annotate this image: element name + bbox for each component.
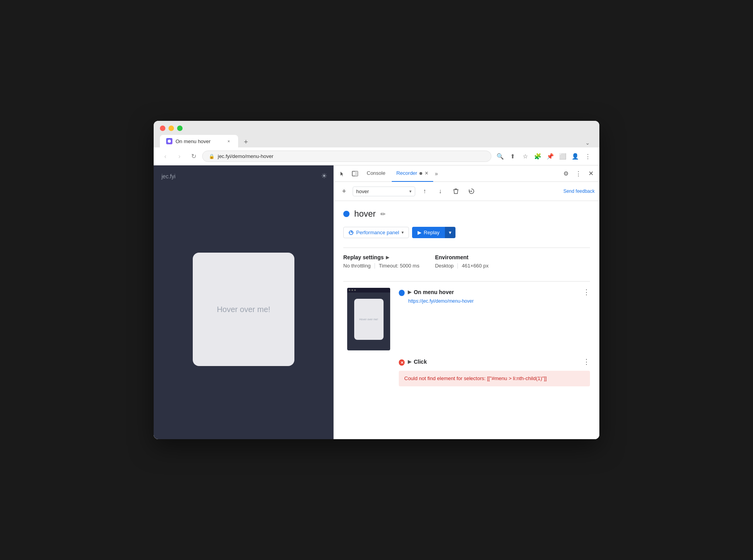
svg-rect-2	[355, 171, 358, 176]
import-button[interactable]: ↓	[434, 185, 446, 197]
add-recording-button[interactable]: +	[339, 186, 350, 197]
recording-name-label: hover	[354, 209, 376, 219]
tab-recorder[interactable]: Recorder ⏺ ✕	[392, 165, 433, 182]
throttling-value: No throttling	[343, 263, 371, 269]
tab-console[interactable]: Console	[362, 165, 390, 182]
browser-toolbar: 🔍 ⬆ ☆ 🧩 📌 ⬜ 👤 ⋮	[495, 151, 593, 162]
close-button[interactable]	[160, 126, 165, 131]
back-button[interactable]: ‹	[160, 151, 171, 162]
active-tab[interactable]: On menu hover ×	[160, 135, 238, 147]
step-header-navigate: ▶ On menu hover ⋮	[399, 288, 590, 296]
profile-icon[interactable]: 👤	[570, 151, 581, 162]
step-title-click[interactable]: ▶ Click	[408, 359, 427, 365]
recording-select-chevron-icon: ▾	[409, 189, 412, 194]
collapse-button[interactable]: ⌄	[582, 138, 593, 147]
replay-button[interactable]: ▶ Replay ▾	[412, 227, 455, 238]
recorder-toolbar: + hover ▾ ↑ ↓	[334, 182, 599, 201]
environment-value: Desktop	[435, 263, 454, 269]
browser-window: On menu hover × + ⌄ ‹ › ↻ 🔒 jec.fyi/demo…	[154, 121, 599, 439]
step-more-navigate[interactable]: ⋮	[583, 288, 590, 296]
devtools-more-tabs[interactable]: »	[435, 171, 438, 177]
new-tab-button[interactable]: +	[240, 136, 251, 147]
theme-toggle-icon[interactable]: ☀	[321, 172, 327, 180]
step-content-click: ✕ ▶ Click ⋮ Could not fi	[399, 357, 590, 386]
step-dot-navigate	[399, 290, 405, 296]
hover-card-text: Hover over me!	[217, 305, 271, 314]
forward-button[interactable]: ›	[174, 151, 185, 162]
recording-select[interactable]: hover ▾	[353, 187, 415, 196]
step-title-row-navigate: ▶ On menu hover ⋮	[408, 288, 590, 296]
selected-recording-name: hover	[356, 188, 369, 194]
step-dot-click: ✕	[399, 359, 405, 366]
step-thumbnail: Hover over me!	[347, 288, 390, 350]
export-button[interactable]: ↑	[418, 185, 431, 197]
settings-section: Replay settings ▶ No throttling Timeout:…	[343, 248, 590, 275]
action-buttons: Performance panel ▾ ▶ Replay ▾	[343, 227, 590, 238]
settings-divider	[375, 263, 375, 269]
replay-label: Replay	[424, 230, 439, 235]
search-icon[interactable]: 🔍	[495, 151, 506, 162]
record-icon: ⏺	[419, 171, 423, 176]
send-feedback-link[interactable]: Send feedback	[563, 188, 595, 194]
refresh-button[interactable]: ↻	[188, 151, 199, 162]
replay-play-icon: ▶	[418, 230, 421, 235]
title-bar: On menu hover × + ⌄	[154, 121, 599, 147]
step-more-click[interactable]: ⋮	[583, 357, 590, 366]
maximize-button[interactable]	[177, 126, 183, 131]
environment-divider	[457, 263, 458, 269]
environment-title: Environment	[435, 254, 489, 260]
main-content: jec.fyi ☀ Hover over me!	[154, 165, 599, 439]
window-icon[interactable]: ⬜	[557, 151, 568, 162]
devtools-close-button[interactable]: ✕	[585, 168, 596, 179]
tab-favicon	[166, 138, 172, 144]
step-item-navigate: Hover over me! ▶	[343, 288, 590, 351]
replay-settings-title[interactable]: Replay settings ▶	[343, 254, 420, 260]
devtools-dock-icon[interactable]	[350, 168, 360, 179]
tab-console-label: Console	[367, 170, 385, 176]
step-spacer-click	[343, 357, 394, 359]
extensions-icon[interactable]: 🧩	[532, 151, 543, 162]
edit-recording-name-icon[interactable]: ✏	[380, 210, 385, 218]
webpage-panel: jec.fyi ☀ Hover over me!	[154, 165, 333, 439]
devtools-header: Console Recorder ⏺ ✕ » ⚙ ⋮ ✕	[334, 165, 599, 182]
webpage-site-label: jec.fyi	[161, 173, 326, 179]
devtools-settings-icon[interactable]: ⚙	[560, 168, 571, 179]
devtools-cursor-icon[interactable]	[337, 168, 348, 179]
recorder-content: hover ✏ Performance panel ▾	[334, 201, 599, 439]
devtools-panel: Console Recorder ⏺ ✕ » ⚙ ⋮ ✕ + hover	[333, 165, 599, 439]
step-title-navigate[interactable]: ▶ On menu hover	[408, 289, 454, 295]
settings-row: Replay settings ▶ No throttling Timeout:…	[343, 254, 590, 269]
lock-icon: 🔒	[209, 154, 215, 159]
replay-settings-chevron-icon: ▶	[386, 255, 389, 260]
delete-button[interactable]	[450, 185, 462, 197]
minimize-button[interactable]	[169, 126, 174, 131]
replay-dropdown-chevron-icon: ▾	[449, 230, 452, 235]
replay-main-button[interactable]: ▶ Replay	[412, 227, 445, 238]
replay-step-button[interactable]	[465, 185, 478, 197]
thumbnail-bar	[347, 288, 390, 293]
bookmark-icon[interactable]: ☆	[520, 151, 531, 162]
tab-recorder-close[interactable]: ✕	[425, 171, 428, 176]
tab-close-button[interactable]: ×	[226, 138, 232, 144]
menu-icon[interactable]: ⋮	[582, 151, 593, 162]
timeout-value: Timeout: 5000 ms	[379, 263, 420, 269]
replay-dropdown-button[interactable]: ▾	[445, 227, 455, 238]
thumbnail-dot	[349, 289, 350, 291]
thumbnail-inner: Hover over me!	[354, 299, 384, 340]
share-icon[interactable]: ⬆	[507, 151, 518, 162]
replay-settings-values: No throttling Timeout: 5000 ms	[343, 263, 420, 269]
step-name-click: Click	[414, 359, 427, 365]
step-expand-icon-navigate: ▶	[408, 289, 411, 295]
devtools-menu-icon[interactable]: ⋮	[573, 168, 584, 179]
resolution-value: 461×660 px	[462, 263, 488, 269]
environment-label: Environment	[435, 254, 469, 260]
address-input[interactable]: 🔒 jec.fyi/demo/menu-hover	[202, 151, 491, 162]
replay-settings-label: Replay settings	[343, 254, 384, 260]
tab-recorder-label: Recorder	[396, 170, 417, 176]
traffic-lights	[160, 126, 593, 131]
pin-icon[interactable]: 📌	[545, 151, 556, 162]
step-item-click: ✕ ▶ Click ⋮ Could not fi	[343, 357, 590, 386]
error-box: Could not find element for selectors: [[…	[399, 371, 590, 386]
performance-panel-button[interactable]: Performance panel ▾	[343, 227, 409, 238]
hover-card: Hover over me!	[193, 253, 294, 366]
